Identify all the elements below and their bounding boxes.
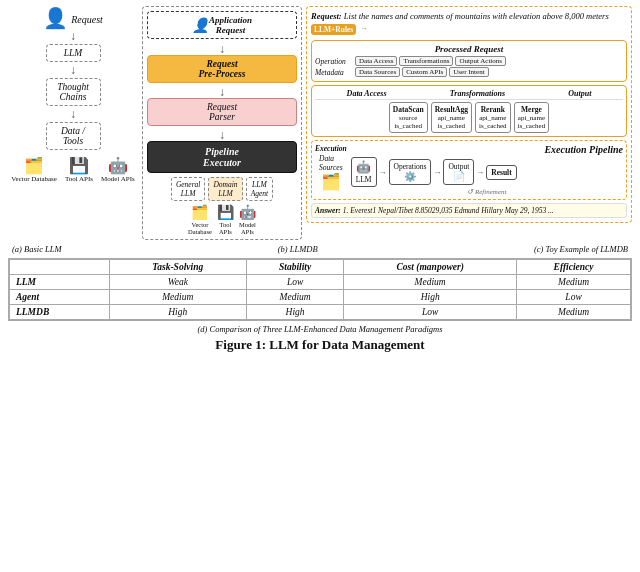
processed-title: Processed Request	[315, 44, 623, 54]
row-agent-stability: Medium	[246, 290, 343, 305]
arrow-a2: ↓	[70, 64, 76, 76]
request-label-a: Request	[71, 14, 103, 25]
da-item-resultagg: ResultAgg api_name is_cached	[431, 102, 472, 133]
model-apis-b: 🤖 ModelAPIs	[239, 204, 256, 235]
vector-db-icon-b: 🗂️	[191, 204, 208, 221]
arrow-llm-rules: →	[360, 24, 368, 33]
pre-process-box: RequestPre-Process	[147, 55, 297, 83]
pipe-llm: 🤖LLM	[351, 157, 377, 187]
main-container: 👤 Request ↓ LLM ↓ ThoughtChains ↓ Data /…	[0, 0, 640, 359]
executor-box: PipelineExecutor	[147, 141, 297, 173]
panel-labels-row: (a) Basic LLM (b) LLMDB (c) Toy Example …	[8, 244, 632, 254]
metadata-row: Metadata Data Sources Custom APIs User I…	[315, 67, 623, 77]
panel-a: 👤 Request ↓ LLM ↓ ThoughtChains ↓ Data /…	[8, 6, 138, 183]
row-llm-cost: Medium	[344, 275, 517, 290]
llm-rules-badge: LLM+Rules	[311, 24, 356, 35]
meta-tag-1: Custom APIs	[402, 67, 447, 77]
figure-title: Figure 1: LLM for Data Management	[8, 337, 632, 353]
pipe-output: Output📄	[443, 159, 474, 185]
vector-db-label-a: Vector Database	[11, 175, 57, 183]
row-agent-task: Medium	[109, 290, 246, 305]
trans-title: Transformations	[450, 89, 505, 98]
model-apis-icon-a: 🤖	[108, 156, 128, 175]
tool-apis-label-b: ToolAPIs	[219, 221, 232, 235]
tool-apis-label-a: Tool APIs	[65, 175, 93, 183]
arrow-b3: ↓	[147, 129, 297, 141]
request-text: List the names and comments of mountains…	[344, 11, 609, 21]
answer-label: Answer:	[315, 206, 341, 215]
request-line: Request: List the names and comments of …	[311, 11, 627, 21]
th-cost: Cost (manpower)	[344, 260, 517, 275]
operation-label: Operation	[315, 57, 353, 66]
pipe-arr-2: →	[433, 168, 441, 177]
row-llmdb-cost: Low	[344, 305, 517, 320]
app-request-label: ApplicationRequest	[209, 15, 252, 35]
op-tag-2: Output Actions	[455, 56, 506, 66]
refinement-label: ↺ Refinement	[351, 188, 623, 196]
exec-label: Execution	[315, 144, 347, 153]
label-b: (b) LLMDB	[278, 244, 318, 254]
th-label	[10, 260, 110, 275]
tool-apis-icon-b: 💾	[217, 204, 234, 221]
arrow-a3: ↓	[70, 108, 76, 120]
llm-agent-box: LLMAgent	[246, 177, 274, 201]
row-llmdb-task: High	[109, 305, 246, 320]
answer-text: 1. Everest1 Nepal/Tibet 8.85029,035 Edmu…	[343, 206, 554, 215]
output-title: Output	[568, 89, 591, 98]
exec-pipe-flow: 🤖LLM → Operations⚙️ → Output📄 → Result	[351, 157, 623, 187]
pipe-result: Result	[486, 165, 516, 180]
tool-apis-b: 💾 ToolAPIs	[217, 204, 234, 235]
answer-box: Answer: 1. Everest1 Nepal/Tibet 8.85029,…	[311, 203, 627, 218]
panel-b: 👤 ApplicationRequest ↓ RequestPre-Proces…	[142, 6, 302, 240]
row-label-llmdb: LLMDB	[10, 305, 110, 320]
vector-db-icon-a: 🗂️	[24, 156, 44, 175]
da-title: Data Access	[347, 89, 387, 98]
request-bold: Request:	[311, 11, 342, 21]
person-icon-a: 👤	[43, 8, 68, 28]
model-apis-label-b: ModelAPIs	[239, 221, 256, 235]
app-request-box: 👤 ApplicationRequest	[147, 11, 297, 39]
metadata-label: Metadata	[315, 68, 353, 77]
model-apis-label-a: Model APIs	[101, 175, 135, 183]
exec-content: Execution DataSources 🗂️ Execution Pipel…	[315, 144, 623, 196]
three-llm-boxes: GeneralLLM DomainLLM LLMAgent	[147, 177, 297, 201]
vector-db-label-b: VectorDatabase	[188, 221, 212, 235]
caption-d: (d) Comparison of Three LLM-Enhanced Dat…	[8, 324, 632, 334]
row-llm-stability: Low	[246, 275, 343, 290]
data-tools-a: Data /Tools	[46, 122, 101, 150]
row-agent-cost: High	[344, 290, 517, 305]
processed-request-box: Processed Request Operation Data Access …	[311, 40, 627, 82]
row-label-agent: Agent	[10, 290, 110, 305]
row-llm-task: Weak	[109, 275, 246, 290]
pipe-arr-3: →	[476, 168, 484, 177]
da-header-row: Data Access Transformations Output	[315, 89, 623, 100]
domain-llm-box: DomainLLM	[208, 177, 242, 201]
model-apis-icon-b: 🤖	[239, 204, 256, 221]
exec-right-col: Execution Pipeline 🤖LLM → Operations⚙️ →…	[351, 144, 623, 196]
op-tag-0: Data Access	[355, 56, 397, 66]
pipe-arr-1: →	[379, 168, 387, 177]
label-a: (a) Basic LLM	[12, 244, 62, 254]
arrow-b2: ↓	[147, 86, 297, 98]
exec-pipeline-title: Execution Pipeline	[351, 144, 623, 155]
da-item-merge: Merge api_name is_cached	[514, 102, 550, 133]
th-efficiency: Efficiency	[517, 260, 631, 275]
person-icon-b: 👤	[192, 17, 209, 34]
panel-c-outer: Request: List the names and comments of …	[306, 6, 632, 223]
arrow-b1: ↓	[147, 43, 297, 55]
llm-rules-row: LLM+Rules →	[311, 24, 627, 37]
vector-db-a: 🗂️ Vector Database	[11, 156, 57, 183]
meta-tag-0: Data Sources	[355, 67, 400, 77]
row-label-llm: LLM	[10, 275, 110, 290]
label-c: (c) Toy Example of LLMDB	[534, 244, 628, 254]
op-tag-1: Transformations	[399, 56, 453, 66]
row-llmdb-efficiency: Medium	[517, 305, 631, 320]
tool-apis-icon-a: 💾	[69, 156, 89, 175]
meta-tag-2: User Intent	[449, 67, 488, 77]
execution-box: Execution DataSources 🗂️ Execution Pipel…	[311, 140, 627, 200]
model-apis-a: 🤖 Model APIs	[101, 156, 135, 183]
th-stability: Stability	[246, 260, 343, 275]
diagrams-row: 👤 Request ↓ LLM ↓ ThoughtChains ↓ Data /…	[8, 6, 632, 240]
general-llm-box: GeneralLLM	[171, 177, 206, 201]
da-item-rerank: Rerank api_name is_cached	[475, 102, 511, 133]
